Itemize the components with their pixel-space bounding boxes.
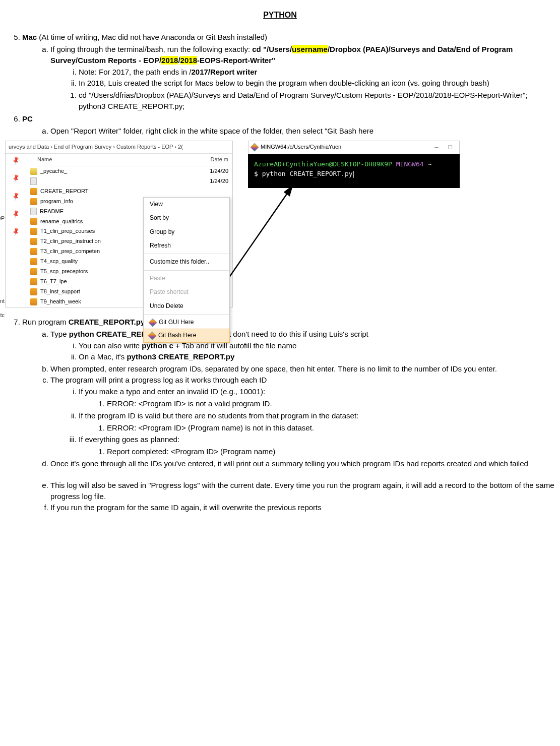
list-item: ERROR: <Program ID> (Program name) is no… (107, 422, 555, 433)
pin-icon: 📌 (10, 155, 21, 167)
git-icon (149, 318, 157, 327)
list-item: The program will print a progress log as… (50, 375, 555, 457)
menu-paste: Paste (144, 272, 229, 285)
file-name: T4_scp_quality (40, 258, 78, 266)
list-item: Note: For 2017, the path ends in /2017/R… (79, 67, 555, 78)
menu-sort[interactable]: Sort by (144, 211, 229, 225)
terminal-titlebar: MINGW64:/c/Users/CynthiaYuen – □ (248, 141, 460, 154)
menu-refresh[interactable]: Refresh (144, 239, 229, 253)
pin-icon: 📌 (10, 209, 21, 220)
py-icon (30, 218, 37, 225)
list-item: This log will also be saved in "Progress… (50, 480, 555, 502)
py-icon (30, 238, 37, 245)
list-item: PC Open "Report Writer" folder, right cl… (22, 113, 555, 137)
file-row[interactable]: _pycache_1/24/20 (26, 166, 232, 176)
mac-heading: Mac (22, 33, 37, 41)
col-date[interactable]: Date m (211, 156, 228, 164)
highlight: 2018 (180, 56, 197, 65)
git-icon (148, 332, 157, 340)
file-row[interactable]: 1/24/20 (26, 176, 232, 186)
file-date: 1/24/20 (210, 177, 228, 185)
list-item: When prompted, enter research program ID… (50, 363, 555, 375)
pin-icon: 📌 (10, 173, 21, 185)
list-item: If everything goes as planned: Report co… (79, 434, 555, 457)
menu-git-gui[interactable]: Git GUI Here (144, 316, 229, 329)
list-item: If the program ID is valid but there are… (79, 410, 555, 433)
col-name[interactable]: Name (30, 156, 211, 164)
menu-git-bash[interactable]: Git Bash Here (143, 329, 230, 342)
menu-undo[interactable]: Undo Delete (144, 299, 229, 313)
doc-icon (30, 177, 37, 185)
file-name: rename_qualtrics (40, 218, 83, 226)
file-name: T2_clin_prep_instruction (40, 237, 101, 245)
breadcrumb[interactable]: urveys and Data › End of Program Survey … (6, 141, 232, 154)
menu-view[interactable]: View (144, 198, 229, 211)
page-title: PYTHON (5, 9, 555, 21)
cursor-icon (353, 171, 354, 178)
list-item: Once it's gone through all the IDs you'v… (50, 458, 555, 469)
py-icon (30, 228, 37, 235)
file-name: T5_scp_preceptors (40, 268, 88, 276)
folder-icon (30, 168, 37, 175)
prompt-env: MINGW64 (392, 160, 427, 168)
text: (At time of writing, Mac did not have An… (37, 33, 267, 41)
list-item: If you run the program for the same ID a… (50, 502, 555, 513)
window-controls[interactable]: – □ (434, 143, 456, 152)
py-icon (30, 288, 37, 295)
py-icon (30, 248, 37, 255)
file-name: T3_clin_prep_competen (40, 247, 100, 256)
py-icon (30, 188, 37, 195)
list-item: If going through the terminal/bash, run … (50, 44, 555, 112)
context-menu: View Sort by Group by Refresh Customize … (143, 197, 230, 343)
file-name: README (40, 208, 64, 216)
file-name: T6_T7_ipe (40, 278, 67, 286)
highlight: 2018 (161, 56, 178, 65)
file-date: 1/24/20 (210, 167, 228, 175)
file-explorer: urveys and Data › End of Program Survey … (5, 141, 233, 307)
menu-customize[interactable]: Customize this folder.. (144, 255, 229, 269)
file-name: T9_health_week (40, 298, 81, 306)
py-icon (30, 278, 37, 285)
pin-icon: 📌 (10, 191, 21, 203)
doc-icon (30, 208, 37, 215)
list-item: Mac (At time of writing, Mac did not hav… (22, 32, 555, 111)
prompt-user: AzureAD+CynthiaYuen@DESKTOP-OHB9K9P (254, 160, 392, 168)
file-name: program_info (40, 198, 73, 206)
list-item: On a Mac, it's python3 CREATE_REPORT.py (79, 351, 555, 362)
highlight: username (292, 45, 328, 53)
terminal-body[interactable]: AzureAD+CynthiaYuen@DESKTOP-OHB9K9P MING… (248, 154, 460, 188)
list-item: ERROR: <Program ID> is not a valid progr… (107, 398, 555, 409)
menu-group[interactable]: Group by (144, 225, 229, 239)
text: If going through the terminal/bash, run … (50, 45, 252, 53)
mingw-icon (251, 143, 259, 152)
file-name: CREATE_REPORT (40, 188, 89, 196)
list-item: In 2018, Luis created the script for Mac… (79, 78, 555, 89)
file-row[interactable]: CREATE_REPORT (26, 186, 232, 197)
list-item: Report completed: <Program ID> (Program … (107, 446, 555, 457)
file-name: _pycache_ (40, 167, 67, 175)
prompt-path: ~ (427, 160, 431, 168)
nav-truncated-labels: OP pment s, etc (0, 272, 5, 305)
list-item: Run program CREATE_REPORT.py Type python… (22, 317, 555, 513)
list-item: If you make a typo and enter an invalid … (79, 386, 555, 409)
py-icon (30, 198, 37, 205)
py-icon (30, 268, 37, 275)
terminal-window: MINGW64:/c/Users/CynthiaYuen – □ AzureAD… (248, 141, 460, 307)
py-icon (30, 298, 37, 305)
file-name: T1_clin_prep_courses (40, 227, 95, 235)
column-headers[interactable]: Name Date m (26, 154, 232, 166)
terminal-line: $ python CREATE_REPORT.py (254, 170, 353, 177)
pc-heading: PC (22, 114, 33, 123)
terminal-title: MINGW64:/c/Users/CynthiaYuen (261, 144, 341, 150)
pin-icon: 📌 (10, 227, 21, 238)
list-item: Type python CREATE_REPORT.py and hit ent… (50, 329, 555, 362)
py-icon (30, 258, 37, 265)
list-item: cd "/Users/dfrias/Dropbox (PAEA)/Surveys… (79, 90, 555, 112)
nav-pane: 📌 📌 📌 📌 📌 (6, 154, 26, 307)
menu-paste-shortcut: Paste shortcut (144, 285, 229, 299)
list-item: Open "Report Writer" folder, right click… (50, 126, 555, 137)
file-name: T8_inst_support (40, 288, 80, 296)
